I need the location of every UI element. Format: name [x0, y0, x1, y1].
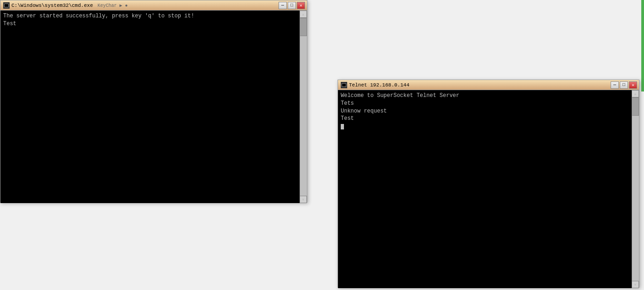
- scrollbar-thumb-1[interactable]: [300, 18, 307, 36]
- scrollbar-1[interactable]: ▲ ▼: [300, 11, 307, 203]
- cmd-window-1[interactable]: C:\Windows\system32\cmd.exe KeyChar ▶ ● …: [0, 0, 307, 203]
- console-area-2[interactable]: Welcome to SuperSocket Telnet Server Tet…: [338, 90, 639, 288]
- titlebar-buttons-1[interactable]: — □ ✕: [279, 2, 305, 9]
- window-title-1: C:\Windows\system32\cmd.exe: [11, 3, 93, 8]
- titlebar-left-2: Telnet 192.168.0.144: [341, 82, 409, 88]
- cmd-window-2[interactable]: Telnet 192.168.0.144 — □ ✕ Welcome to Su…: [338, 80, 639, 288]
- console-area-1[interactable]: The server started successfully, press k…: [0, 11, 307, 203]
- cursor: [341, 124, 344, 129]
- window-title-2: Telnet 192.168.0.144: [349, 82, 409, 88]
- green-accent-line: [641, 0, 644, 91]
- scrollbar-up-1[interactable]: ▲: [300, 11, 307, 18]
- console-line-2-0: Welcome to SuperSocket Telnet Server: [341, 92, 636, 100]
- cmd-icon-1: [3, 2, 10, 9]
- maximize-button-1[interactable]: □: [288, 2, 296, 9]
- minimize-button-2[interactable]: —: [611, 81, 619, 89]
- titlebar-1: C:\Windows\system32\cmd.exe KeyChar ▶ ● …: [0, 0, 307, 11]
- scrollbar-2[interactable]: ▲ ▼: [632, 90, 639, 288]
- scrollbar-down-2[interactable]: ▼: [632, 281, 639, 288]
- window-title-extra-1: KeyChar ▶ ●: [95, 3, 128, 8]
- close-button-2[interactable]: ✕: [629, 81, 637, 89]
- console-line-2-1: Tets: [341, 100, 636, 107]
- titlebar-left-1: C:\Windows\system32\cmd.exe KeyChar ▶ ●: [3, 2, 128, 9]
- cmd-icon-2: [341, 82, 347, 88]
- titlebar-buttons-2[interactable]: — □ ✕: [611, 81, 637, 89]
- titlebar-2: Telnet 192.168.0.144 — □ ✕: [338, 80, 639, 90]
- scrollbar-thumb-2[interactable]: [632, 97, 639, 116]
- console-line-1-0: The server started successfully, press k…: [3, 12, 304, 20]
- scrollbar-up-2[interactable]: ▲: [632, 90, 639, 97]
- maximize-button-2[interactable]: □: [620, 81, 628, 89]
- console-line-2-2: Unknow request: [341, 107, 636, 115]
- console-line-2-3: Test: [341, 115, 636, 123]
- minimize-button-1[interactable]: —: [279, 2, 287, 9]
- scrollbar-down-1[interactable]: ▼: [300, 196, 307, 203]
- close-button-1[interactable]: ✕: [297, 2, 305, 9]
- console-line-1-1: Test: [3, 20, 304, 28]
- console-cursor-line: [341, 123, 636, 130]
